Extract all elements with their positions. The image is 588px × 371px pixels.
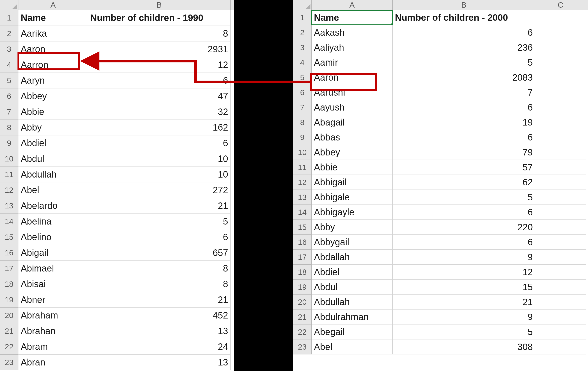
cell-name[interactable]: Abdiel <box>312 265 393 280</box>
cell-name[interactable]: Abbas <box>312 130 393 145</box>
cell-count[interactable]: 8 <box>88 261 231 276</box>
cell-name[interactable]: Abraham <box>18 308 88 323</box>
row-header[interactable]: 16 <box>0 245 18 261</box>
cell-count[interactable]: 12 <box>393 265 535 280</box>
cell-count[interactable]: 19 <box>393 115 535 130</box>
row-header[interactable]: 21 <box>293 309 312 325</box>
cell-count[interactable]: 21 <box>393 295 535 309</box>
cell-empty[interactable] <box>535 205 586 220</box>
row-header[interactable]: 3 <box>0 42 18 57</box>
row-header[interactable]: 23 <box>293 339 312 354</box>
cell-empty[interactable] <box>535 70 586 85</box>
cell-empty[interactable] <box>535 280 586 295</box>
cell-empty[interactable] <box>535 85 586 100</box>
cell-count[interactable]: 21 <box>88 198 231 214</box>
cell-name[interactable]: Abram <box>18 339 88 355</box>
cell-name[interactable]: Abner <box>18 292 88 308</box>
cell-name[interactable]: Abdul <box>18 151 88 167</box>
cell-count[interactable]: 162 <box>88 120 231 135</box>
cell-name[interactable]: Abbigail <box>312 175 393 190</box>
row-header[interactable]: 22 <box>0 339 18 355</box>
cell-name[interactable]: Abelino <box>18 229 88 245</box>
row-header[interactable]: 19 <box>293 280 312 295</box>
cell-empty[interactable] <box>535 145 586 160</box>
cell-name[interactable]: Abbigale <box>312 190 393 205</box>
row-header[interactable]: 2 <box>293 25 312 40</box>
row-header[interactable]: 12 <box>293 175 312 190</box>
row-header[interactable]: 6 <box>0 88 18 104</box>
cell-name[interactable]: Abby <box>312 220 393 235</box>
cell-empty[interactable] <box>535 40 586 55</box>
cell-count[interactable]: 2083 <box>393 70 535 85</box>
row-header[interactable]: 4 <box>293 55 312 70</box>
row-header[interactable]: 8 <box>0 120 18 135</box>
cell-name[interactable]: Aaliyah <box>312 40 393 55</box>
row-header[interactable]: 6 <box>293 85 312 100</box>
cell-count[interactable]: 272 <box>88 182 231 198</box>
cell-count[interactable]: 220 <box>393 220 535 235</box>
row-header[interactable]: 18 <box>0 276 18 292</box>
cell-count[interactable]: 79 <box>393 145 535 160</box>
cell-name[interactable]: Aakash <box>312 25 393 40</box>
cell-count[interactable]: 8 <box>88 26 231 42</box>
row-header[interactable]: 11 <box>293 160 312 175</box>
row-header[interactable]: 14 <box>293 205 312 220</box>
cell-empty[interactable] <box>535 130 586 145</box>
cell-name[interactable]: Abelina <box>18 214 88 229</box>
column-header-A[interactable]: A <box>312 0 393 10</box>
cell-count[interactable]: 2931 <box>88 42 231 57</box>
column-header-B[interactable]: B <box>88 0 231 10</box>
cell-count[interactable]: 9 <box>393 250 535 265</box>
cell-name[interactable]: Aayush <box>312 100 393 115</box>
cell-name[interactable]: Abdullah <box>18 167 88 182</box>
cell-count[interactable]: 6 <box>88 229 231 245</box>
cell-name[interactable]: Abbie <box>312 160 393 175</box>
cell-empty[interactable] <box>535 100 586 115</box>
row-header[interactable]: 18 <box>293 265 312 280</box>
row-header[interactable]: 1 <box>0 10 18 26</box>
cell-name[interactable]: Abby <box>18 120 88 135</box>
row-header[interactable]: 20 <box>0 308 18 323</box>
row-header[interactable]: 2 <box>0 26 18 42</box>
cell-name[interactable]: Abel <box>18 182 88 198</box>
row-header[interactable]: 1 <box>293 10 312 25</box>
cell-count[interactable]: 10 <box>88 167 231 182</box>
column-header-C[interactable]: C <box>535 0 586 10</box>
cell-empty[interactable] <box>535 339 586 354</box>
cell-count[interactable]: 57 <box>393 160 535 175</box>
cell-header-count[interactable]: Number of children - 2000 <box>393 10 535 25</box>
cell-name[interactable]: Abisai <box>18 276 88 292</box>
cell-empty[interactable] <box>535 295 586 309</box>
cell-count[interactable]: 8 <box>88 276 231 292</box>
cell-header-name[interactable]: Name <box>312 10 393 25</box>
row-header[interactable]: 14 <box>0 214 18 229</box>
row-header[interactable]: 4 <box>0 57 18 73</box>
row-header[interactable]: 16 <box>293 235 312 250</box>
cell-count[interactable]: 47 <box>88 88 231 104</box>
cell-count[interactable]: 5 <box>88 214 231 229</box>
cell-name[interactable]: Abbey <box>18 88 88 104</box>
cell-empty[interactable] <box>535 175 586 190</box>
cell-name[interactable]: Abbigayle <box>312 205 393 220</box>
cell-name[interactable]: Aarushi <box>312 85 393 100</box>
row-header[interactable]: 7 <box>0 104 18 120</box>
cell-count[interactable]: 6 <box>393 235 535 250</box>
select-all-corner[interactable] <box>0 0 18 10</box>
cell-empty[interactable] <box>535 325 586 339</box>
row-header[interactable]: 15 <box>293 220 312 235</box>
cell-name[interactable]: Abbie <box>18 104 88 120</box>
cell-count[interactable]: 7 <box>393 85 535 100</box>
column-header-A[interactable]: A <box>18 0 88 10</box>
cell-header-name[interactable]: Name <box>18 10 88 26</box>
cell-empty[interactable] <box>535 265 586 280</box>
cell-name[interactable]: Abbygail <box>312 235 393 250</box>
cell-name[interactable]: Abelardo <box>18 198 88 214</box>
row-header[interactable]: 10 <box>0 151 18 167</box>
row-header[interactable]: 17 <box>293 250 312 265</box>
row-header[interactable]: 20 <box>293 295 312 309</box>
row-header[interactable]: 9 <box>293 130 312 145</box>
cell-count[interactable]: 13 <box>88 323 231 339</box>
row-header[interactable]: 13 <box>293 190 312 205</box>
row-header[interactable]: 5 <box>293 70 312 85</box>
cell-name[interactable]: Abegail <box>312 325 393 339</box>
